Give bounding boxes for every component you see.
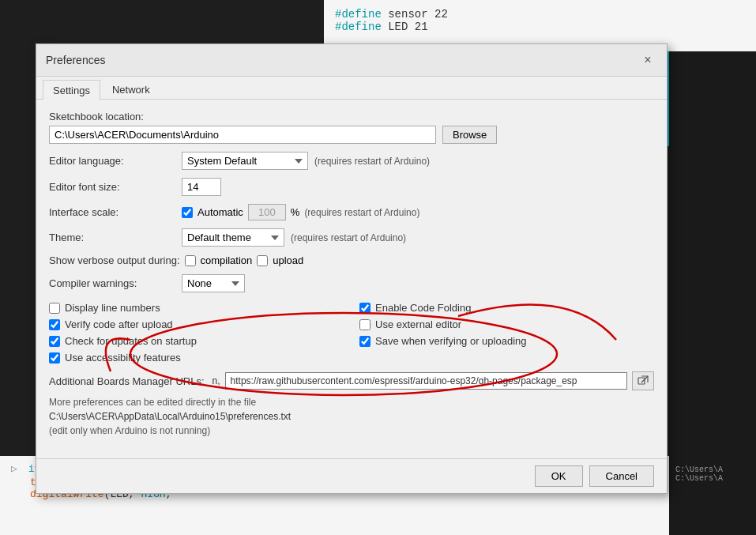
external-editor-label: Use external editor bbox=[375, 318, 461, 330]
percent-sign: % bbox=[291, 206, 300, 218]
ok-button[interactable]: OK bbox=[535, 465, 583, 487]
dialog-buttons: OK Cancel bbox=[36, 458, 667, 493]
verbose-row: Show verbose output during: compilation … bbox=[49, 254, 654, 266]
interface-scale-label: Interface scale: bbox=[49, 206, 175, 218]
verify-code-label: Verify code after upload bbox=[65, 318, 173, 330]
check-updates-label: Check for updates on startup bbox=[65, 335, 197, 347]
browse-button[interactable]: Browse bbox=[442, 126, 497, 144]
accessibility-label: Use accessibility features bbox=[65, 352, 181, 364]
verbose-compilation-label: compilation bbox=[201, 254, 253, 266]
verify-code-checkbox[interactable] bbox=[49, 319, 60, 330]
verbose-compilation-checkbox[interactable] bbox=[185, 255, 196, 266]
font-size-input[interactable] bbox=[182, 178, 221, 196]
file-path: C:\Users\ACER\AppData\Local\Arduino15\pr… bbox=[49, 411, 654, 422]
accessibility-checkbox[interactable] bbox=[49, 352, 60, 364]
info-text: More preferences can be edited directly … bbox=[49, 397, 654, 408]
editor-language-label: Editor language: bbox=[49, 155, 175, 167]
verbose-upload-label: upload bbox=[273, 254, 303, 266]
font-size-row: Editor font size: bbox=[49, 178, 654, 196]
display-line-numbers-label: Display line numbers bbox=[65, 302, 160, 314]
edit-note: (edit only when Arduino is not running) bbox=[49, 425, 654, 436]
theme-restart-note: (requires restart of Arduino) bbox=[291, 232, 406, 243]
save-verifying-checkbox[interactable] bbox=[359, 336, 370, 347]
boards-url-prefix: n, bbox=[213, 375, 220, 386]
boards-url-input[interactable] bbox=[225, 372, 627, 390]
open-icon bbox=[638, 375, 649, 386]
interface-scale-row: Interface scale: Automatic % (requires r… bbox=[49, 204, 654, 220]
check-updates-checkbox[interactable] bbox=[49, 336, 60, 347]
accessibility-row: Use accessibility features bbox=[49, 352, 344, 364]
close-button[interactable]: × bbox=[638, 51, 657, 70]
scale-controls: Automatic % (requires restart of Arduino… bbox=[182, 204, 419, 220]
sketchbook-label: Sketchbook location: bbox=[49, 111, 175, 122]
display-line-numbers-row: Display line numbers bbox=[49, 302, 344, 314]
verbose-label: Show verbose output during: bbox=[49, 254, 180, 266]
save-verifying-row: Save when verifying or uploading bbox=[359, 335, 654, 347]
sketchbook-row: Sketchbook location: bbox=[49, 111, 654, 122]
font-size-label: Editor font size: bbox=[49, 181, 175, 193]
tab-settings[interactable]: Settings bbox=[43, 80, 100, 100]
tab-network[interactable]: Network bbox=[102, 80, 160, 99]
dialog-tabs: Settings Network bbox=[36, 77, 667, 100]
language-restart-note: (requires restart of Arduino) bbox=[314, 156, 430, 167]
preferences-dialog: Preferences × Settings Network Sketchboo… bbox=[36, 43, 668, 494]
scale-restart-note: (requires restart of Arduino) bbox=[304, 207, 419, 218]
sketchbook-input[interactable] bbox=[49, 126, 436, 144]
theme-select[interactable]: Default theme bbox=[182, 228, 284, 247]
save-verifying-label: Save when verifying or uploading bbox=[375, 335, 527, 347]
boards-url-label: Additional Boards Manager URLs: bbox=[49, 375, 205, 387]
enable-code-folding-label: Enable Code Folding bbox=[375, 302, 471, 314]
theme-row: Theme: Default theme (requires restart o… bbox=[49, 228, 654, 247]
cancel-button[interactable]: Cancel bbox=[589, 465, 654, 487]
boards-url-icon-button[interactable] bbox=[632, 371, 654, 390]
boards-url-row: Additional Boards Manager URLs: n, bbox=[49, 371, 654, 390]
theme-label: Theme: bbox=[49, 232, 175, 243]
dialog-title: Preferences bbox=[46, 54, 105, 66]
editor-language-select[interactable]: System Default bbox=[182, 152, 308, 170]
verify-code-row: Verify code after upload bbox=[49, 318, 344, 330]
external-editor-checkbox[interactable] bbox=[359, 319, 370, 330]
verbose-upload-checkbox[interactable] bbox=[257, 255, 268, 266]
sketchbook-input-row: Browse bbox=[49, 126, 654, 144]
enable-code-folding-checkbox[interactable] bbox=[359, 303, 370, 314]
auto-scale-checkbox[interactable] bbox=[182, 207, 193, 218]
compiler-warnings-select[interactable]: None Default More All bbox=[182, 274, 245, 292]
dialog-content: Sketchbook location: Browse Editor langu… bbox=[36, 100, 667, 458]
compiler-warnings-row: Compiler warnings: None Default More All bbox=[49, 274, 654, 292]
editor-language-row: Editor language: System Default (require… bbox=[49, 152, 654, 170]
auto-scale-label: Automatic bbox=[197, 206, 243, 218]
compiler-warnings-label: Compiler warnings: bbox=[49, 277, 175, 289]
external-editor-row: Use external editor bbox=[359, 318, 654, 330]
check-updates-row: Check for updates on startup bbox=[49, 335, 344, 347]
scale-percent-input[interactable] bbox=[248, 204, 286, 220]
enable-code-folding-row: Enable Code Folding bbox=[359, 302, 654, 314]
bottom-paths: C:\Users\A C:\Users\A bbox=[669, 456, 756, 535]
display-line-numbers-checkbox[interactable] bbox=[49, 303, 60, 314]
dialog-titlebar: Preferences × bbox=[36, 44, 667, 77]
checkboxes-section: Display line numbers Enable Code Folding… bbox=[49, 302, 654, 364]
